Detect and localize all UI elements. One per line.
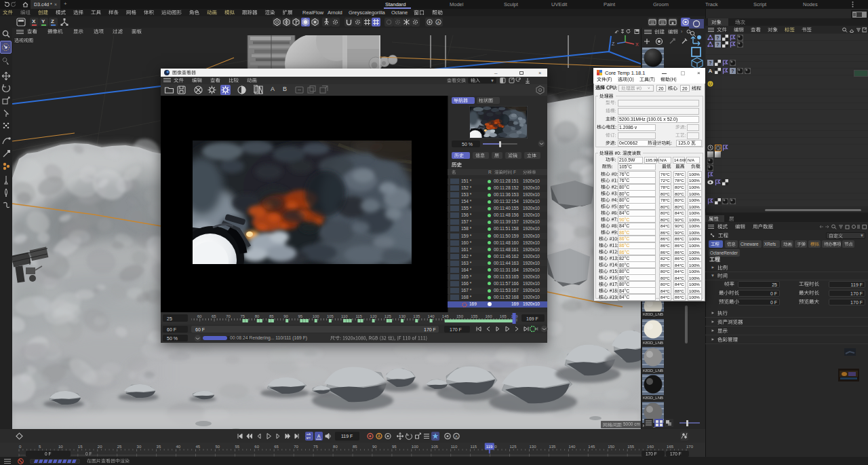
svg-text:70: 70	[294, 445, 298, 449]
svg-text:70: 70	[226, 314, 231, 318]
svg-text:10: 10	[58, 445, 63, 449]
svg-text:120: 120	[370, 314, 378, 318]
svg-text:155: 155	[627, 445, 635, 449]
svg-text:140: 140	[428, 314, 435, 318]
svg-text:115: 115	[355, 314, 362, 318]
svg-text:35: 35	[157, 445, 161, 449]
svg-text:130: 130	[530, 445, 537, 449]
svg-text:170: 170	[686, 445, 694, 449]
svg-text:100: 100	[313, 314, 320, 318]
svg-text:90: 90	[283, 314, 288, 318]
svg-text:80: 80	[255, 314, 260, 318]
svg-text:130: 130	[399, 314, 406, 318]
svg-text:110: 110	[451, 445, 458, 449]
svg-text:165: 165	[667, 445, 674, 449]
svg-text:155: 155	[471, 314, 478, 318]
svg-text:160: 160	[647, 445, 654, 449]
svg-text:135: 135	[413, 314, 420, 318]
svg-text:45: 45	[196, 445, 201, 449]
svg-text:60: 60	[197, 314, 202, 318]
svg-text:A: A	[317, 434, 321, 439]
svg-text:119: 119	[486, 445, 493, 449]
svg-text:90: 90	[372, 445, 377, 449]
svg-text:A: A	[378, 434, 381, 439]
svg-text:145: 145	[588, 445, 595, 449]
svg-text:55: 55	[235, 445, 239, 449]
svg-text:125: 125	[510, 445, 517, 449]
svg-text:115: 115	[471, 445, 477, 449]
svg-text:50: 50	[215, 445, 220, 449]
svg-text:30: 30	[137, 445, 142, 449]
svg-text:140: 140	[568, 445, 576, 449]
svg-text:95: 95	[392, 445, 397, 449]
svg-text:75: 75	[313, 445, 318, 449]
svg-text:60: 60	[254, 445, 259, 449]
svg-text:145: 145	[442, 314, 450, 318]
svg-text:20: 20	[98, 445, 102, 449]
svg-text:105: 105	[431, 445, 439, 449]
svg-text:65: 65	[274, 445, 279, 449]
svg-text:135: 135	[549, 445, 556, 449]
svg-text:65: 65	[212, 314, 216, 318]
svg-text:95: 95	[298, 314, 302, 318]
svg-text:A: A	[437, 20, 439, 24]
svg-text:15: 15	[78, 445, 83, 449]
svg-text:125: 125	[384, 314, 392, 318]
svg-text:110: 110	[341, 314, 348, 318]
svg-text:80: 80	[333, 445, 338, 449]
svg-text:150: 150	[456, 314, 464, 318]
svg-text:A: A	[455, 434, 458, 439]
svg-text:40: 40	[176, 445, 181, 449]
svg-text:Z: Z	[612, 41, 615, 46]
svg-text:75: 75	[241, 314, 245, 318]
svg-text:X: X	[635, 42, 639, 47]
svg-text:165: 165	[500, 314, 507, 318]
svg-text:150: 150	[608, 445, 615, 449]
svg-text:25: 25	[117, 445, 122, 449]
svg-text:160: 160	[486, 314, 493, 318]
svg-text:85: 85	[353, 445, 357, 449]
svg-text:100: 100	[412, 445, 419, 449]
svg-text:105: 105	[327, 314, 334, 318]
svg-text:85: 85	[269, 314, 274, 318]
